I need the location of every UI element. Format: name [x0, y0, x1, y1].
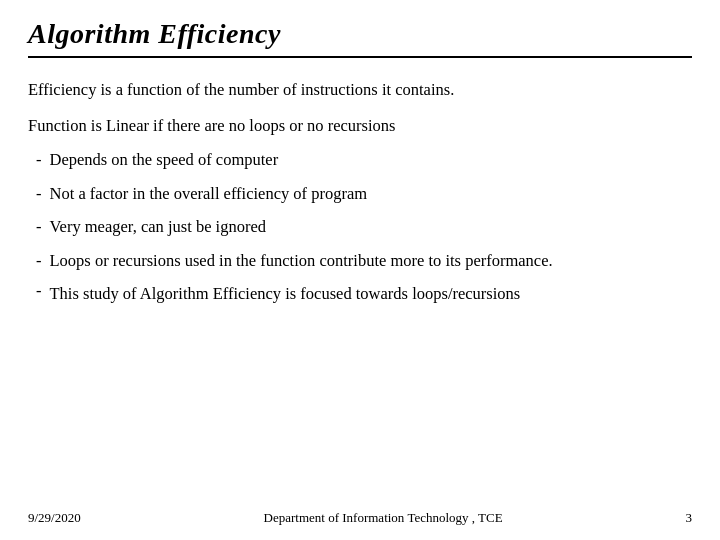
bullet-dash-4: - [36, 248, 42, 274]
bullet-item-4: - Loops or recursions used in the functi… [28, 244, 692, 278]
title-section: Algorithm Efficiency [28, 18, 692, 58]
bullet-item-5: - This study of Algorithm Efficiency is … [28, 277, 692, 311]
bullet-text-5: This study of Algorithm Efficiency is fo… [50, 281, 521, 307]
footer-page-number: 3 [685, 510, 692, 526]
slide-title: Algorithm Efficiency [28, 18, 692, 50]
bullet-item-2: - Not a factor in the overall efficiency… [28, 177, 692, 211]
bullet-dash-3: - [36, 214, 42, 240]
bullet-text-4: Loops or recursions used in the function… [50, 248, 553, 274]
footer-department: Department of Information Technology , T… [264, 510, 503, 526]
bullet-text-2: Not a factor in the overall efficiency o… [50, 181, 368, 207]
footer-date: 9/29/2020 [28, 510, 81, 526]
bullet-dash-5: - [36, 281, 42, 307]
bullet-dash-2: - [36, 181, 42, 207]
slide-footer: 9/29/2020 Department of Information Tech… [28, 504, 692, 526]
content-line-1: Efficiency is a function of the number o… [28, 72, 692, 108]
bullet-text-1: Depends on the speed of computer [50, 147, 279, 173]
bullet-dash-1: - [36, 147, 42, 173]
content-area: Efficiency is a function of the number o… [28, 72, 692, 504]
slide: Algorithm Efficiency Efficiency is a fun… [0, 0, 720, 540]
bullet-item-3: - Very meager, can just be ignored [28, 210, 692, 244]
bullet-item-1: - Depends on the speed of computer [28, 143, 692, 177]
content-line-2: Function is Linear if there are no loops… [28, 108, 692, 144]
bullet-text-3: Very meager, can just be ignored [50, 214, 267, 240]
